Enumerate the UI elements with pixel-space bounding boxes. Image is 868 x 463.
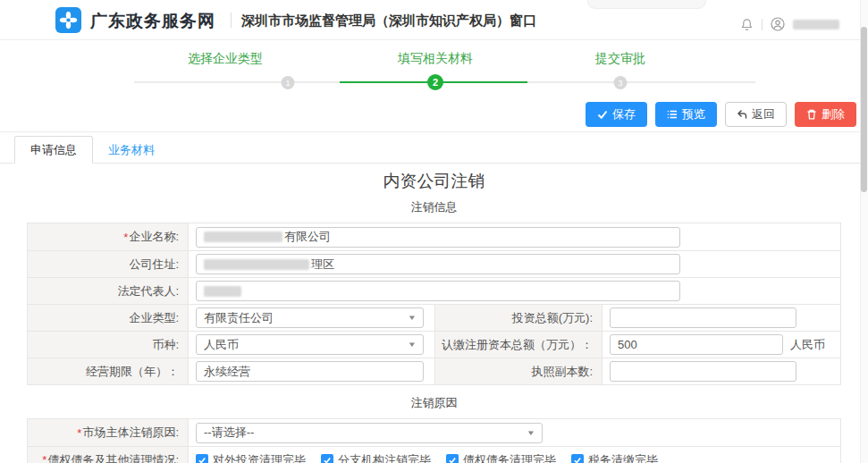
back-button[interactable]: 返回 — [725, 102, 787, 127]
top-overlay-box — [587, 0, 706, 9]
step-1-label: 选择企业类型 — [188, 51, 263, 67]
preview-button[interactable]: 预览 — [655, 102, 717, 127]
delete-label: 删除 — [822, 106, 845, 122]
undo-arrow-icon — [737, 109, 747, 120]
row-currency-capital: 币种: 人民币 ▼ 认缴注册资本总额（万元）： 人民币 — [28, 331, 840, 358]
checkbox-investment-cleared[interactable]: 对外投资清理完毕 — [196, 452, 306, 463]
trash-icon — [806, 109, 817, 120]
user-avatar-icon[interactable] — [771, 17, 785, 31]
cancel-reason-label: * 市场主体注销原因: — [28, 419, 189, 446]
tab-application-info[interactable]: 申请信息 — [14, 136, 93, 164]
company-name-input[interactable]: 有限公司 — [196, 227, 680, 248]
investment-label: 投资总额(万元): — [434, 305, 603, 331]
term-label: 经营期限（年）： — [28, 358, 189, 384]
row-term-license: 经营期限（年）： 执照副本数: — [28, 358, 840, 384]
bell-icon[interactable] — [740, 18, 754, 31]
clearance-checkbox-group: 对外投资清理完毕 分支机构注销完毕 债权债务清理完毕 — [196, 452, 658, 463]
currency-label: 币种: — [28, 332, 189, 358]
company-type-select[interactable]: 有限责任公司 ▼ — [196, 307, 424, 328]
capital-label: 认缴注册资本总额（万元）： — [434, 332, 603, 358]
form-content: 内资公司注销 注销信息 * 企业名称: 有限公司 公司住址: — [0, 164, 868, 463]
scrollbar-thumb[interactable] — [861, 27, 867, 192]
step-2-dot: 2 — [427, 74, 443, 90]
term-input[interactable] — [196, 361, 424, 382]
row-company-name: * 企业名称: 有限公司 — [28, 223, 840, 250]
legal-rep-redacted — [204, 286, 241, 297]
clearance-label: * 债权债务及其他清理情况: — [28, 447, 189, 463]
check-icon — [597, 109, 608, 120]
section-title-info: 注销信息 — [0, 199, 868, 215]
preview-label: 预览 — [682, 106, 705, 122]
row-type-investment: 企业类型: 有限责任公司 ▼ 投资总额(万元): — [28, 304, 840, 331]
checked-checkbox-icon — [321, 454, 333, 463]
company-address-label: 公司住址: — [28, 251, 189, 277]
user-name-redacted — [793, 20, 839, 29]
app-header: 广东政务服务网 深圳市市场监督管理局（深圳市知识产权局）窗口 — [0, 0, 868, 40]
delete-button[interactable]: 删除 — [795, 102, 856, 127]
step-1-dot: 1 — [282, 76, 295, 89]
window-title: 深圳市市场监督管理局（深圳市知识产权局）窗口 — [241, 13, 536, 29]
pinwheel-flower-icon — [59, 11, 78, 29]
toolbar-divider — [0, 131, 868, 132]
required-asterisk: * — [42, 453, 46, 463]
checked-checkbox-icon — [446, 454, 459, 463]
brand-title: 广东政务服务网 — [90, 10, 215, 33]
header-actions — [740, 17, 839, 31]
scrollbar-track[interactable] — [860, 0, 868, 463]
legal-rep-input[interactable] — [196, 281, 680, 301]
license-copies-label: 执照副本数: — [434, 358, 603, 384]
header-divider — [231, 13, 232, 28]
company-name-redacted — [204, 232, 282, 242]
save-label: 保存 — [612, 106, 636, 122]
page-title: 内资公司注销 — [0, 170, 868, 193]
cancel-reason-select[interactable]: --请选择-- ▼ — [196, 423, 543, 443]
capital-suffix: 人民币 — [790, 337, 825, 353]
tab-bar: 申请信息 业务材料 — [14, 136, 170, 164]
caret-down-icon: ▼ — [408, 341, 417, 349]
checkbox-taxes-paid[interactable]: 税务清缴完毕 — [571, 452, 658, 463]
back-label: 返回 — [752, 106, 775, 122]
caret-down-icon: ▼ — [408, 314, 417, 322]
license-copies-input[interactable] — [610, 361, 796, 382]
checked-checkbox-icon — [571, 454, 584, 463]
caret-down-icon: ▼ — [527, 429, 535, 437]
step-2-label: 填写相关材料 — [398, 51, 473, 67]
tab-business-materials[interactable]: 业务材料 — [93, 136, 170, 164]
company-address-redacted — [204, 259, 309, 270]
step-3-dot: 3 — [614, 76, 628, 89]
capital-input[interactable] — [610, 334, 783, 355]
row-company-address: 公司住址: 理区 — [28, 250, 840, 277]
step-3-label: 提交审批 — [595, 51, 645, 67]
row-legal-rep: 法定代表人: — [28, 277, 840, 304]
company-name-label: * 企业名称: — [28, 223, 189, 250]
page: 广东政务服务网 深圳市市场监督管理局（深圳市知识产权局）窗口 选择企业类型 填写… — [0, 0, 868, 463]
checkbox-debts-cleared[interactable]: 债权债务清理完毕 — [446, 452, 556, 463]
checked-checkbox-icon — [196, 454, 208, 463]
section-title-reason: 注销原因 — [0, 395, 868, 411]
investment-input[interactable] — [610, 307, 796, 328]
header-vline — [762, 19, 763, 30]
row-clearance: * 债权债务及其他清理情况: 对外投资清理完毕 — [28, 446, 840, 463]
gov-logo-icon — [55, 7, 81, 33]
currency-select[interactable]: 人民币 ▼ — [196, 334, 424, 355]
legal-rep-label: 法定代表人: — [28, 278, 189, 304]
list-icon — [667, 109, 678, 120]
info-table: * 企业名称: 有限公司 公司住址: 理区 — [27, 223, 841, 385]
step-indicator: 选择企业类型 填写相关材料 提交审批 1 2 3 — [0, 41, 868, 95]
row-cancel-reason: * 市场主体注销原因: --请选择-- ▼ — [28, 419, 840, 446]
required-asterisk: * — [123, 231, 128, 244]
checkbox-branches-deregistered[interactable]: 分支机构注销完毕 — [321, 452, 431, 463]
save-button[interactable]: 保存 — [586, 102, 647, 127]
toolbar: 保存 预览 返回 删除 — [586, 102, 856, 127]
required-asterisk: * — [77, 426, 81, 440]
company-type-label: 企业类型: — [28, 305, 189, 331]
company-address-input[interactable]: 理区 — [196, 254, 680, 274]
reason-table: * 市场主体注销原因: --请选择-- ▼ * 债权债务及其他清理情况: — [27, 418, 841, 463]
